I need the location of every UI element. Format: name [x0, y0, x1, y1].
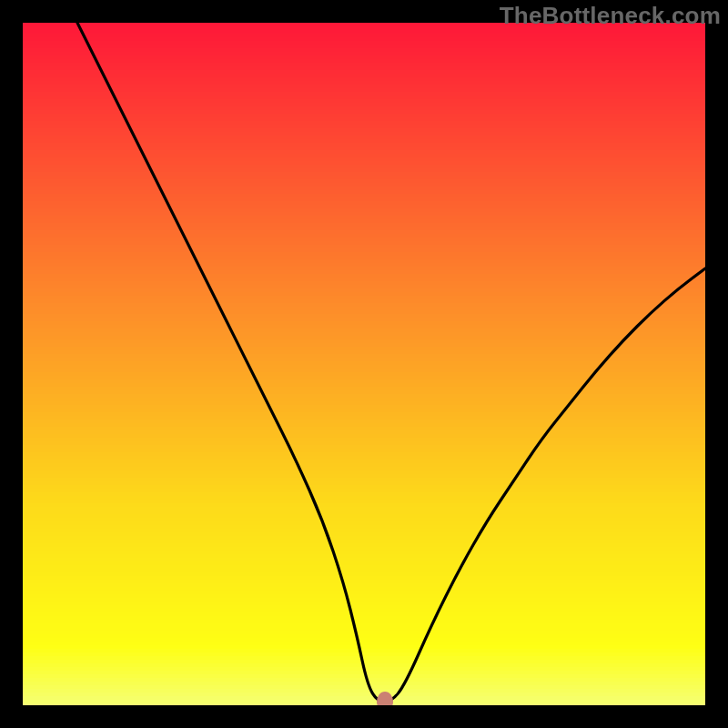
plot-area [23, 23, 705, 705]
watermark-text: TheBottleneck.com [500, 2, 721, 30]
bottleneck-curve [23, 23, 705, 705]
optimum-marker [377, 692, 393, 705]
chart-container: TheBottleneck.com [0, 0, 728, 728]
